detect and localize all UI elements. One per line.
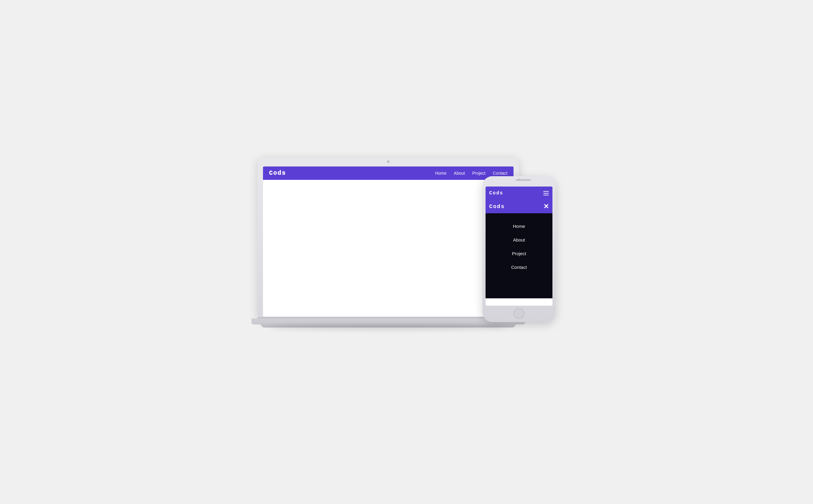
phone-menu-project[interactable]: Project xyxy=(485,247,552,260)
phone-logo-expanded: Cods xyxy=(489,204,505,210)
hamburger-line-2 xyxy=(543,193,549,194)
phone-speaker xyxy=(516,179,531,181)
phone-device: Cods Cods ✕ Home About Project xyxy=(482,176,555,322)
laptop-shadow xyxy=(270,324,507,330)
laptop-nav-project[interactable]: Project xyxy=(472,171,485,176)
laptop-screen: Cods Home About Project Contact xyxy=(263,166,513,317)
laptop-nav-links: Home About Project Contact xyxy=(435,171,507,176)
phone-logo-collapsed: Cods xyxy=(489,190,503,196)
phone-screen: Cods Cods ✕ Home About Project xyxy=(485,187,552,306)
laptop-nav-contact[interactable]: Contact xyxy=(493,171,507,176)
phone-navbar-collapsed: Cods xyxy=(485,187,552,200)
phone-navbar-expanded: Cods ✕ xyxy=(485,200,552,213)
scene: Cods Home About Project Contact xyxy=(258,158,555,346)
phone-body: Cods Cods ✕ Home About Project xyxy=(482,176,555,322)
phone-menu-about[interactable]: About xyxy=(485,233,552,247)
laptop-device: Cods Home About Project Contact xyxy=(258,158,519,334)
laptop-content xyxy=(263,180,513,317)
laptop-nav-home[interactable]: Home xyxy=(435,171,446,176)
phone-menu-contact[interactable]: Contact xyxy=(485,260,552,274)
hamburger-line-1 xyxy=(543,191,549,192)
close-button[interactable]: ✕ xyxy=(543,203,549,210)
phone-menu-home[interactable]: Home xyxy=(485,219,552,233)
phone-home-button[interactable] xyxy=(513,308,524,319)
laptop-nav-about[interactable]: About xyxy=(454,171,465,176)
laptop-navbar: Cods Home About Project Contact xyxy=(263,166,513,180)
phone-mobile-menu: Home About Project Contact xyxy=(485,213,552,298)
laptop-body: Cods Home About Project Contact xyxy=(258,158,519,319)
hamburger-button[interactable] xyxy=(543,191,549,195)
laptop-camera xyxy=(387,160,389,163)
hamburger-line-3 xyxy=(543,195,549,195)
laptop-logo: Cods xyxy=(269,170,286,177)
